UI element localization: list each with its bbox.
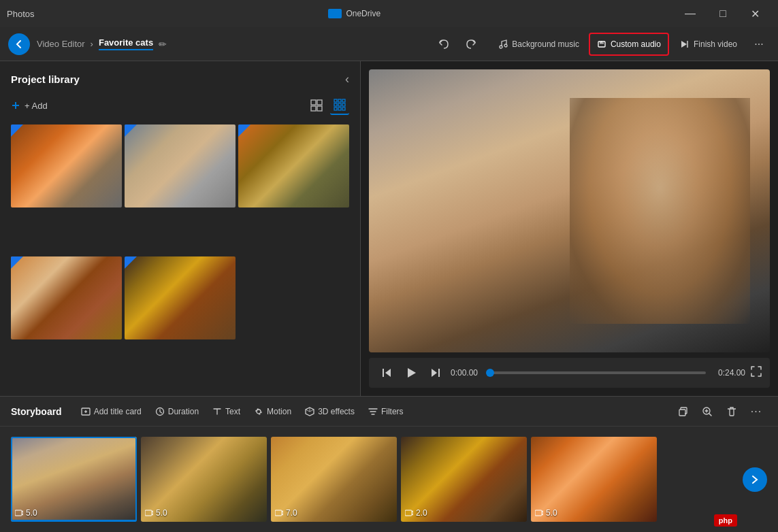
minimize-button[interactable]: — <box>675 0 706 27</box>
media-item-2[interactable] <box>125 124 236 207</box>
svg-rect-26 <box>679 410 685 416</box>
svg-rect-19 <box>383 369 384 377</box>
clip-label-1: 5.0 <box>15 508 37 518</box>
panel-header: Project library ‹ <box>11 72 349 86</box>
duration-button[interactable]: Duration <box>150 401 204 422</box>
time-current: 0:00.00 <box>451 368 485 378</box>
media-item-5[interactable] <box>125 256 236 339</box>
more-options-button[interactable]: ··· <box>748 33 770 56</box>
media-item-3[interactable] <box>238 124 349 207</box>
preview-container <box>369 69 770 352</box>
clip-label-3: 7.0 <box>275 508 297 518</box>
svg-rect-15 <box>342 103 345 106</box>
svg-rect-16 <box>334 107 337 110</box>
panel-title: Project library <box>11 73 80 85</box>
main-layout: Project library ‹ + Add <box>0 61 778 396</box>
filters-button[interactable]: Filters <box>363 401 409 422</box>
window-controls: — □ ✕ <box>675 0 771 27</box>
skip-back-button[interactable] <box>377 363 396 382</box>
svg-rect-29 <box>145 510 152 516</box>
onedrive-icon <box>328 9 342 18</box>
duration-label: Duration <box>168 407 199 416</box>
clip-item-4[interactable]: 2.0 <box>401 437 527 522</box>
add-title-card-label: Add title card <box>94 407 142 416</box>
grid-large-button[interactable] <box>307 96 326 115</box>
grid-small-button[interactable] <box>330 96 349 115</box>
redo-button[interactable] <box>459 33 483 56</box>
add-label: + Add <box>25 101 48 111</box>
bg-music-label: Background music <box>512 39 579 49</box>
breadcrumb-separator: › <box>91 39 93 49</box>
panel-toolbar: + Add <box>11 96 349 115</box>
clip-item-2[interactable]: 5.0 <box>141 437 267 522</box>
finish-video-button[interactable]: Finish video <box>672 33 745 56</box>
svg-rect-8 <box>311 106 316 111</box>
fullscreen-button[interactable] <box>751 366 762 380</box>
motion-button[interactable]: Motion <box>248 401 297 422</box>
left-panel: Project library ‹ + Add <box>0 61 361 396</box>
delete-button[interactable] <box>721 401 743 422</box>
app-header: Video Editor › Favorite cats ✏ <box>0 27 778 61</box>
view-toggle <box>307 96 349 115</box>
app-name: Photos <box>7 9 34 19</box>
breadcrumb-current: Favorite cats <box>99 37 153 50</box>
svg-rect-10 <box>334 99 337 102</box>
finish-video-label: Finish video <box>694 39 737 49</box>
svg-rect-17 <box>338 107 341 110</box>
duplicate-button[interactable] <box>672 401 694 422</box>
storyboard-header: Storyboard Add title card Duration Text <box>0 397 778 427</box>
breadcrumb: Video Editor › Favorite cats <box>37 37 153 50</box>
3d-effects-label: 3D effects <box>318 407 355 416</box>
zoom-button[interactable] <box>696 401 718 422</box>
filters-label: Filters <box>381 407 404 416</box>
right-panel: 0:00.00 0:24.00 <box>361 61 778 396</box>
next-clips-button[interactable] <box>743 467 767 492</box>
svg-point-0 <box>500 46 502 48</box>
svg-rect-14 <box>338 103 341 106</box>
svg-rect-12 <box>342 99 345 102</box>
clip-label-4: 2.0 <box>405 508 427 518</box>
clip-label-2: 5.0 <box>145 508 167 518</box>
custom-audio-label: Custom audio <box>611 39 661 49</box>
custom-audio-button[interactable]: Custom audio <box>589 33 669 56</box>
back-button[interactable] <box>8 33 30 55</box>
storyboard: Storyboard Add title card Duration Text <box>0 396 778 532</box>
more-storyboard-button[interactable]: ··· <box>745 401 767 422</box>
text-label: Text <box>225 407 240 416</box>
edit-title-icon[interactable]: ✏ <box>159 39 167 50</box>
skip-forward-button[interactable] <box>426 363 445 382</box>
clip-item-3[interactable]: 7.0 <box>271 437 397 522</box>
svg-rect-18 <box>342 107 345 110</box>
undo-button[interactable] <box>432 33 456 56</box>
header-actions: Background music Custom audio Finish vid… <box>432 33 770 56</box>
svg-point-25 <box>257 410 261 414</box>
motion-label: Motion <box>267 407 291 416</box>
undo-redo-group <box>432 33 483 56</box>
add-title-card-button[interactable]: Add title card <box>76 401 147 422</box>
text-button[interactable]: Text <box>207 401 246 422</box>
close-button[interactable]: ✕ <box>740 0 771 27</box>
clip-item-1[interactable]: 5.0 <box>11 437 137 522</box>
svg-rect-30 <box>275 510 282 516</box>
storyboard-clips: 5.0 5.0 7.0 2.0 <box>0 427 778 532</box>
media-grid <box>11 124 349 385</box>
svg-rect-31 <box>405 510 412 516</box>
clip-label-5: 5.0 <box>535 508 557 518</box>
maximize-button[interactable]: □ <box>707 0 739 27</box>
clip-selected-indicator <box>11 520 137 522</box>
svg-rect-13 <box>334 103 337 106</box>
panel-collapse-button[interactable]: ‹ <box>345 72 349 86</box>
breadcrumb-root[interactable]: Video Editor <box>37 39 85 49</box>
background-music-button[interactable]: Background music <box>491 33 586 56</box>
media-item-4[interactable] <box>11 256 122 339</box>
3d-effects-button[interactable]: 3D effects <box>299 401 360 422</box>
svg-rect-28 <box>15 510 22 516</box>
clip-item-5[interactable]: 5.0 <box>531 437 657 522</box>
progress-bar[interactable] <box>490 371 706 374</box>
video-controls: 0:00.00 0:24.00 <box>369 358 770 388</box>
media-item-1[interactable] <box>11 124 122 207</box>
play-button[interactable] <box>402 363 421 382</box>
svg-rect-6 <box>311 100 316 105</box>
add-media-button[interactable]: + Add <box>11 101 48 111</box>
svg-rect-9 <box>317 106 322 111</box>
